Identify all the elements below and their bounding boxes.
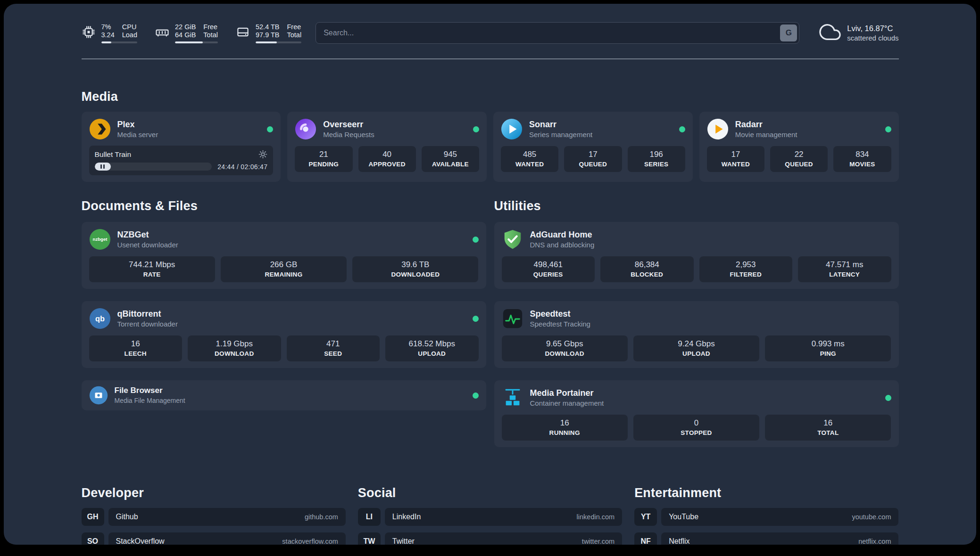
overseerr-icon bbox=[295, 118, 316, 140]
weather-condition: scattered clouds bbox=[847, 33, 898, 42]
status-dot bbox=[473, 126, 479, 132]
nzbget-card[interactable]: nzbget NZBGet Usenet downloader 744.21 M… bbox=[82, 222, 486, 289]
search-provider-button[interactable]: G bbox=[780, 25, 797, 41]
stat-tile: 498,461QUERIES bbox=[502, 256, 595, 282]
sonarr-icon bbox=[501, 118, 523, 140]
bookmark-name: Twitter bbox=[392, 537, 415, 545]
stat-tile: 196SERIES bbox=[628, 146, 685, 172]
filebrowser-icon bbox=[89, 386, 108, 405]
radarr-icon bbox=[707, 118, 729, 140]
status-dot bbox=[885, 395, 891, 401]
bookmark-abbr: NF bbox=[634, 532, 657, 545]
weather-widget: Lviv, 16.87°C scattered clouds bbox=[819, 21, 898, 45]
overseerr-card[interactable]: Overseerr Media Requests 21PENDING 40APP… bbox=[287, 112, 487, 182]
bookmark-github[interactable]: GH Github github.com bbox=[82, 508, 346, 526]
service-desc: Movie management bbox=[735, 130, 797, 139]
section-title-media: Media bbox=[82, 90, 899, 104]
plex-icon bbox=[89, 118, 111, 140]
section-title-entertainment: Entertainment bbox=[634, 486, 898, 500]
bookmark-stackoverflow[interactable]: SO StackOverflow stackoverflow.com bbox=[82, 532, 346, 545]
svg-text:qb: qb bbox=[95, 314, 105, 323]
bookmark-twitter[interactable]: TW Twitter twitter.com bbox=[358, 532, 622, 545]
bookmark-name: YouTube bbox=[669, 513, 698, 521]
service-desc: Series management bbox=[529, 130, 592, 139]
disk-free-label: Free bbox=[287, 23, 302, 31]
bookmark-abbr: YT bbox=[634, 508, 657, 526]
disk-widget: 52.4 TB 97.9 TB Free Total bbox=[236, 23, 301, 43]
sonarr-card[interactable]: Sonarr Series management 485WANTED 17QUE… bbox=[493, 112, 693, 182]
bookmark-domain: netflix.com bbox=[858, 538, 891, 545]
nzbget-icon: nzbget bbox=[89, 229, 111, 250]
bookmark-netflix[interactable]: NF Netflix netflix.com bbox=[634, 532, 898, 545]
stat-tile: 16TOTAL bbox=[765, 415, 891, 441]
status-dot bbox=[267, 126, 273, 132]
bookmark-abbr: GH bbox=[82, 508, 104, 526]
stat-tile: 744.21 MbpsRATE bbox=[89, 256, 215, 282]
status-dot bbox=[473, 392, 479, 399]
section-title-utilities: Utilities bbox=[494, 199, 899, 213]
stat-tile: 0STOPPED bbox=[633, 415, 759, 441]
memory-progress-bar bbox=[175, 41, 218, 43]
disk-progress-bar bbox=[256, 41, 301, 43]
stat-tile: 618.52 MbpsUPLOAD bbox=[385, 335, 479, 361]
playback-time: 24:44 / 02:06:47 bbox=[217, 163, 267, 171]
stat-tile: 86,384BLOCKED bbox=[600, 256, 694, 282]
documents-column: Documents & Files nzbget NZBGet Usenet d bbox=[82, 199, 486, 459]
header-divider bbox=[82, 58, 899, 59]
search-input[interactable] bbox=[316, 22, 799, 44]
service-name: Plex bbox=[117, 119, 158, 130]
service-desc: Usenet downloader bbox=[117, 240, 178, 249]
bookmarks-entertainment: Entertainment YT YouTube youtube.com NF … bbox=[634, 486, 898, 545]
disk-total-value: 97.9 TB bbox=[256, 31, 280, 39]
stat-tile: 39.6 TBDOWNLOADED bbox=[352, 256, 478, 282]
section-title-documents: Documents & Files bbox=[82, 199, 486, 213]
disk-total-label: Total bbox=[287, 31, 302, 39]
service-desc: Container management bbox=[530, 399, 604, 408]
service-name: Sonarr bbox=[529, 119, 592, 130]
cloud-icon bbox=[819, 21, 841, 45]
disk-icon bbox=[236, 25, 250, 41]
bookmark-youtube[interactable]: YT YouTube youtube.com bbox=[634, 508, 898, 526]
service-desc: Media server bbox=[117, 130, 158, 139]
stat-tile: 9.65 GbpsDOWNLOAD bbox=[502, 335, 628, 361]
service-name: NZBGet bbox=[117, 229, 178, 240]
stat-tile: 0.993 msPING bbox=[765, 335, 891, 361]
plex-card[interactable]: Plex Media server Bullet Train bbox=[82, 112, 281, 182]
portainer-card[interactable]: Media Portainer Container management 16R… bbox=[494, 380, 899, 447]
pause-button[interactable] bbox=[95, 163, 111, 171]
service-name: Media Portainer bbox=[530, 388, 604, 398]
service-desc: DNS and adblocking bbox=[530, 240, 595, 249]
memory-total-value: 64 GiB bbox=[175, 31, 196, 39]
gear-icon[interactable] bbox=[258, 150, 267, 159]
portainer-icon bbox=[502, 387, 523, 409]
cpu-usage-value: 7% bbox=[101, 23, 115, 31]
adguard-card[interactable]: AdGuard Home DNS and adblocking 498,461Q… bbox=[494, 222, 899, 289]
speedtest-card[interactable]: Speedtest Speedtest Tracking 9.65 GbpsDO… bbox=[494, 301, 899, 368]
qbittorrent-icon: qb bbox=[89, 308, 111, 329]
bookmark-name: StackOverflow bbox=[116, 537, 165, 545]
stat-tile: 2,953FILTERED bbox=[699, 256, 793, 282]
section-title-developer: Developer bbox=[82, 486, 346, 500]
bookmark-domain: youtube.com bbox=[852, 513, 891, 521]
dashboard: 7% 3.24 CPU Load bbox=[4, 4, 976, 545]
memory-widget: 22 GiB 64 GiB Free Total bbox=[155, 23, 218, 43]
search-bar: G bbox=[316, 22, 799, 44]
stat-tile: 834MOVIES bbox=[833, 146, 891, 172]
stat-tile: 485WANTED bbox=[501, 146, 558, 172]
qbittorrent-card[interactable]: qb qBittorrent Torrent downloader 16LEEC… bbox=[82, 301, 486, 368]
filebrowser-card[interactable]: File Browser Media File Management bbox=[82, 380, 486, 410]
memory-icon bbox=[155, 25, 169, 41]
memory-free-value: 22 GiB bbox=[175, 23, 196, 31]
stat-tile: 16LEECH bbox=[89, 335, 183, 361]
bookmark-name: LinkedIn bbox=[392, 513, 421, 521]
bookmark-abbr: LI bbox=[358, 508, 381, 526]
service-name: Speedtest bbox=[530, 309, 590, 319]
service-name: qBittorrent bbox=[117, 309, 178, 319]
service-desc: Torrent downloader bbox=[117, 319, 178, 328]
radarr-card[interactable]: Radarr Movie management 17WANTED 22QUEUE… bbox=[699, 112, 899, 182]
plex-now-playing: Bullet Train bbox=[89, 146, 274, 175]
bookmark-abbr: TW bbox=[358, 532, 381, 545]
cpu-progress-bar bbox=[101, 41, 138, 43]
bookmark-linkedin[interactable]: LI LinkedIn linkedin.com bbox=[358, 508, 622, 526]
disk-free-value: 52.4 TB bbox=[256, 23, 280, 31]
